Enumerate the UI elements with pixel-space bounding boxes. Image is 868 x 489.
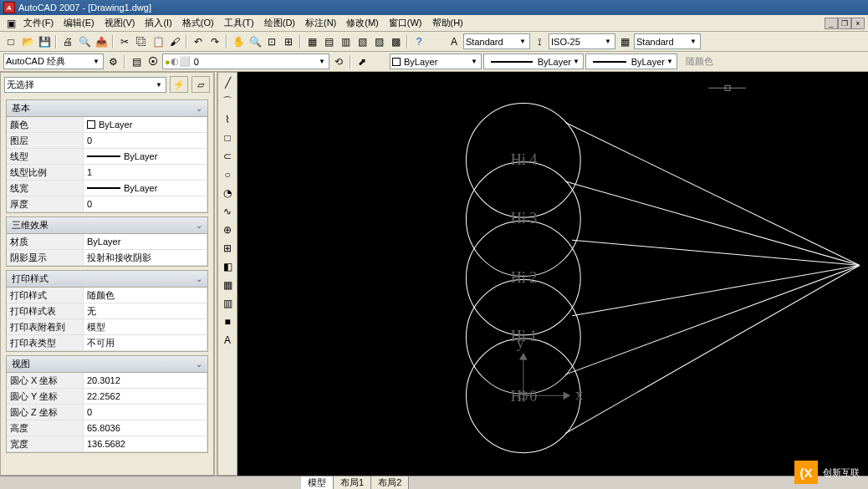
- layout-tabs: 模型布局1布局2: [0, 476, 868, 489]
- cut-icon[interactable]: ✂: [117, 34, 132, 49]
- layer-prop-icon[interactable]: ▤: [129, 54, 144, 69]
- print-icon[interactable]: 🖨: [60, 34, 75, 49]
- layer-prev-icon[interactable]: ⟲: [331, 54, 346, 69]
- selection-dropdown[interactable]: 无选择▼: [4, 77, 166, 93]
- prop-icon[interactable]: ▦: [304, 34, 319, 49]
- draw-tool-icon[interactable]: ○: [219, 166, 236, 183]
- dim-style-dropdown[interactable]: ISO-25▼: [549, 33, 615, 49]
- menu-编辑E[interactable]: 编辑(E): [59, 16, 100, 29]
- draw-tool-icon[interactable]: ▥: [219, 295, 236, 312]
- text-style-dropdown[interactable]: Standard▼: [463, 33, 530, 49]
- minimize-button[interactable]: _: [825, 18, 838, 29]
- prop-value[interactable]: 22.2562: [84, 389, 207, 405]
- menu-绘图D[interactable]: 绘图(D): [259, 16, 300, 29]
- zoom-win-icon[interactable]: ⊡: [264, 34, 279, 49]
- prop-value[interactable]: ByLayer: [84, 234, 207, 250]
- prop-value[interactable]: 不可用: [84, 335, 207, 351]
- prop-value[interactable]: 无: [84, 303, 207, 319]
- make-current-icon[interactable]: ⬈: [355, 54, 370, 69]
- sheet-icon[interactable]: ▧: [355, 34, 370, 49]
- group-header[interactable]: 基本⌄: [6, 99, 208, 117]
- preview-icon[interactable]: 🔍: [77, 34, 92, 49]
- group-header[interactable]: 打印样式⌄: [6, 270, 208, 288]
- svg-marker-13: [564, 392, 569, 399]
- help-icon[interactable]: ?: [411, 34, 426, 49]
- draw-tool-icon[interactable]: ▦: [219, 277, 236, 293]
- group-header[interactable]: 视图⌄: [6, 355, 208, 373]
- table-style-dropdown[interactable]: Standard▼: [634, 33, 701, 49]
- prop-value[interactable]: 65.8036: [84, 420, 207, 436]
- prop-value[interactable]: 0: [84, 133, 207, 149]
- linetype-dropdown[interactable]: ByLayer▼: [483, 53, 584, 69]
- dim-style-icon[interactable]: ⟟: [532, 34, 547, 49]
- layout-tab[interactable]: 模型: [301, 476, 334, 489]
- layout-tab[interactable]: 布局1: [334, 476, 371, 489]
- draw-tool-icon[interactable]: ■: [219, 313, 236, 330]
- table-style-icon[interactable]: ▦: [617, 34, 632, 49]
- draw-tool-icon[interactable]: ⌇: [219, 111, 236, 128]
- layout-tab[interactable]: 布局2: [371, 476, 409, 489]
- select-objects-icon[interactable]: ▱: [191, 76, 210, 93]
- menu-视图V[interactable]: 视图(V): [100, 16, 140, 29]
- prop-value[interactable]: 0: [84, 196, 207, 212]
- tool-pal-icon[interactable]: ▥: [338, 34, 353, 49]
- paste-icon[interactable]: 📋: [151, 34, 166, 49]
- color-dropdown[interactable]: ByLayer▼: [390, 53, 482, 69]
- prop-value[interactable]: 模型: [84, 319, 207, 335]
- zoom-prev-icon[interactable]: ⊞: [281, 34, 296, 49]
- text-style-icon[interactable]: A: [447, 34, 462, 49]
- draw-tool-icon[interactable]: ∿: [219, 203, 236, 220]
- save-icon[interactable]: 💾: [37, 34, 52, 49]
- pan-icon[interactable]: ✋: [231, 34, 246, 49]
- publish-icon[interactable]: 📤: [94, 34, 109, 49]
- menu-插入I[interactable]: 插入(I): [140, 16, 176, 29]
- menu-工具T[interactable]: 工具(T): [219, 16, 259, 29]
- lineweight-dropdown[interactable]: ByLayer▼: [585, 53, 677, 69]
- menu-文件F[interactable]: 文件(F): [18, 16, 59, 29]
- copy-icon[interactable]: ⿻: [134, 34, 149, 49]
- menu-标注N[interactable]: 标注(N): [300, 16, 341, 29]
- draw-tool-icon[interactable]: ╱: [219, 74, 236, 91]
- menu-窗口W[interactable]: 窗口(W): [384, 16, 427, 29]
- menu-帮助H[interactable]: 帮助(H): [427, 16, 468, 29]
- prop-value[interactable]: 0: [84, 405, 207, 420]
- prop-value[interactable]: 随颜色: [84, 288, 207, 303]
- redo-icon[interactable]: ↷: [207, 34, 222, 49]
- open-icon[interactable]: 📂: [20, 34, 35, 49]
- draw-tool-icon[interactable]: ◔: [219, 185, 236, 201]
- prop-value[interactable]: 投射和接收阴影: [84, 250, 207, 266]
- draw-tool-icon[interactable]: A: [219, 332, 236, 349]
- workspace-settings-icon[interactable]: ⚙: [105, 54, 120, 69]
- prop-label: 圆心 Y 坐标: [7, 389, 84, 405]
- draw-tool-icon[interactable]: □: [219, 130, 236, 146]
- draw-tool-icon[interactable]: ⌒: [219, 93, 236, 110]
- undo-icon[interactable]: ↶: [191, 34, 206, 49]
- layer-filter-icon[interactable]: ⦿: [146, 54, 161, 69]
- prop-value[interactable]: 20.3012: [84, 373, 207, 389]
- drawing-canvas[interactable]: x y Hi 4 Hi 3 Hi 2 Hi 1 Hi 0: [237, 72, 868, 476]
- draw-tool-icon[interactable]: ⊂: [219, 148, 236, 165]
- menu-格式O[interactable]: 格式(O): [177, 16, 219, 29]
- new-icon[interactable]: □: [3, 34, 18, 49]
- match-icon[interactable]: 🖌: [167, 34, 182, 49]
- quick-select-icon[interactable]: ⚡: [170, 76, 188, 93]
- prop-value[interactable]: 1: [84, 165, 207, 181]
- markup-icon[interactable]: ▨: [371, 34, 386, 49]
- draw-tool-icon[interactable]: ⊞: [219, 240, 236, 257]
- prop-value[interactable]: 136.5682: [84, 436, 207, 452]
- workspace-dropdown[interactable]: AutoCAD 经典▼: [3, 53, 104, 69]
- prop-value[interactable]: ByLayer: [84, 149, 207, 165]
- layer-dropdown[interactable]: ●◐⬜ 0▼: [162, 53, 329, 69]
- menu-修改M[interactable]: 修改(M): [341, 16, 384, 29]
- prop-value[interactable]: ByLayer: [84, 181, 207, 196]
- draw-tool-icon[interactable]: ⊕: [219, 222, 236, 238]
- group-header[interactable]: 三维效果⌄: [6, 216, 208, 234]
- calc-icon[interactable]: ▩: [388, 34, 403, 49]
- zoom-rt-icon[interactable]: 🔍: [248, 34, 263, 49]
- close-button[interactable]: ×: [851, 18, 865, 29]
- dcenter-icon[interactable]: ▤: [321, 34, 336, 49]
- prop-label: 打印表类型: [7, 335, 84, 351]
- prop-value[interactable]: ByLayer: [84, 117, 207, 133]
- draw-tool-icon[interactable]: ◧: [219, 258, 236, 275]
- restore-button[interactable]: ❐: [838, 18, 851, 29]
